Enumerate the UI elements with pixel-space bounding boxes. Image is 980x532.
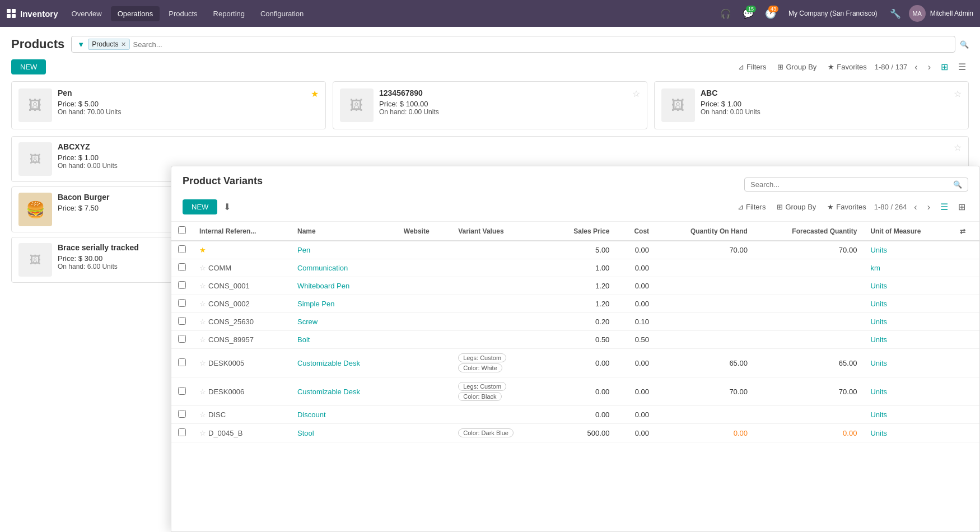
row-name-6[interactable]: Customizable Desk <box>291 349 397 377</box>
row-checkbox-cell-4[interactable] <box>171 313 193 331</box>
row-name-2[interactable]: Whiteboard Pen <box>291 277 397 295</box>
products-search-button[interactable]: 🔍 <box>960 40 969 49</box>
products-new-button[interactable]: NEW <box>11 59 46 74</box>
nav-item-reporting[interactable]: Reporting <box>207 6 251 21</box>
col-header-website[interactable]: Website <box>397 222 451 241</box>
variants-new-button[interactable]: NEW <box>183 199 217 214</box>
products-groupby-btn[interactable]: ⊞ Group By <box>774 61 820 73</box>
variants-search-bar[interactable]: 🔍 <box>744 178 968 192</box>
nav-item-overview[interactable]: Overview <box>65 6 109 21</box>
col-header-sales-price[interactable]: Sales Price <box>547 222 616 241</box>
row-checkbox-3[interactable] <box>178 299 186 307</box>
row-uom-9[interactable]: Units <box>864 424 953 442</box>
variants-search-input[interactable] <box>750 180 950 189</box>
product-star-1[interactable]: ☆ <box>632 88 640 99</box>
row-uom-0[interactable]: Units <box>864 241 953 259</box>
variants-search-icon[interactable]: 🔍 <box>953 180 962 189</box>
support-icon-btn[interactable]: 🎧 <box>717 4 735 22</box>
variants-next-btn[interactable]: › <box>925 200 933 214</box>
nav-item-products[interactable]: Products <box>162 6 204 21</box>
row-star-6[interactable]: ☆ <box>199 359 206 367</box>
row-uom-4[interactable]: Units <box>864 313 953 331</box>
nav-item-operations[interactable]: Operations <box>111 6 160 21</box>
row-star-4[interactable]: ☆ <box>199 318 206 326</box>
products-filter-tag[interactable]: Products ✕ <box>88 39 129 50</box>
clock-icon-btn[interactable]: 🕐 43 <box>762 4 780 22</box>
row-checkbox-1[interactable] <box>178 263 186 271</box>
row-checkbox-8[interactable] <box>178 410 186 418</box>
row-star-2[interactable]: ☆ <box>199 282 206 290</box>
col-header-ref[interactable]: Internal Referen... <box>193 222 291 241</box>
row-checkbox-cell-8[interactable] <box>171 406 193 424</box>
row-star-0[interactable]: ★ <box>199 246 206 254</box>
variants-download-button[interactable]: ⬇ <box>222 200 232 214</box>
row-name-7[interactable]: Customizable Desk <box>291 377 397 406</box>
col-header-name[interactable]: Name <box>291 222 397 241</box>
col-header-uom[interactable]: Unit of Measure <box>864 222 953 241</box>
filter-tag-close[interactable]: ✕ <box>121 41 126 48</box>
row-checkbox-cell-5[interactable] <box>171 331 193 349</box>
row-uom-7[interactable]: Units <box>864 377 953 406</box>
row-checkbox-6[interactable] <box>178 358 186 366</box>
products-filters-btn[interactable]: ⊿ Filters <box>735 61 769 73</box>
row-star-1[interactable]: ☆ <box>199 264 206 272</box>
row-uom-2[interactable]: Units <box>864 277 953 295</box>
products-next-btn[interactable]: › <box>925 60 934 74</box>
row-checkbox-2[interactable] <box>178 281 186 289</box>
select-all-checkbox[interactable] <box>178 226 186 234</box>
chat-icon-btn[interactable]: 💬 15 <box>739 4 757 22</box>
select-all-header[interactable] <box>171 222 193 241</box>
row-star-9[interactable]: ☆ <box>199 429 206 437</box>
col-settings-btn[interactable]: ⇄ <box>953 222 980 241</box>
product-card-1[interactable]: 🖼 1234567890 Price: $ 100.00 On hand: 0.… <box>333 81 647 129</box>
row-name-4[interactable]: Screw <box>291 313 397 331</box>
products-favorites-btn[interactable]: ★ Favorites <box>824 61 870 73</box>
row-star-5[interactable]: ☆ <box>199 335 206 344</box>
row-checkbox-7[interactable] <box>178 387 186 395</box>
col-header-cost[interactable]: Cost <box>616 222 656 241</box>
col-header-qty-onhand[interactable]: Quantity On Hand <box>656 222 754 241</box>
row-checkbox-cell-0[interactable] <box>171 241 193 259</box>
row-name-9[interactable]: Stool <box>291 424 397 442</box>
row-checkbox-cell-2[interactable] <box>171 277 193 295</box>
tools-icon-btn[interactable]: 🔧 <box>886 4 904 22</box>
row-star-8[interactable]: ☆ <box>199 410 206 419</box>
product-star-2[interactable]: ☆ <box>954 88 962 99</box>
row-checkbox-0[interactable] <box>178 245 186 253</box>
row-name-8[interactable]: Discount <box>291 406 397 424</box>
products-list-view-btn[interactable]: ☰ <box>955 60 969 74</box>
row-uom-8[interactable]: Units <box>864 406 953 424</box>
user-avatar[interactable]: MA <box>909 5 926 22</box>
products-prev-btn[interactable]: ‹ <box>912 60 920 74</box>
variants-filters-btn[interactable]: ⊿ Filters <box>734 201 769 213</box>
variants-list-view-btn[interactable]: ☰ <box>937 200 951 214</box>
nav-item-configuration[interactable]: Configuration <box>254 6 310 21</box>
row-star-3[interactable]: ☆ <box>199 300 206 308</box>
row-checkbox-9[interactable] <box>178 428 186 436</box>
row-uom-6[interactable]: Units <box>864 349 953 377</box>
col-header-variant-values[interactable]: Variant Values <box>451 222 547 241</box>
product-card-2[interactable]: 🖼 ABC Price: $ 1.00 On hand: 0.00 Units … <box>654 81 969 129</box>
row-checkbox-cell-7[interactable] <box>171 377 193 406</box>
variants-favorites-btn[interactable]: ★ Favorites <box>824 201 869 213</box>
row-uom-1[interactable]: km <box>864 259 953 277</box>
row-uom-3[interactable]: Units <box>864 295 953 313</box>
row-checkbox-cell-9[interactable] <box>171 424 193 442</box>
row-name-0[interactable]: Pen <box>291 241 397 259</box>
row-star-7[interactable]: ☆ <box>199 388 206 396</box>
app-logo[interactable]: Inventory <box>7 9 58 18</box>
col-header-forecasted-qty[interactable]: Forecasted Quantity <box>754 222 864 241</box>
products-search-input[interactable] <box>133 40 949 49</box>
products-kanban-view-btn[interactable]: ⊞ <box>938 60 951 74</box>
row-checkbox-cell-6[interactable] <box>171 349 193 377</box>
row-name-3[interactable]: Simple Pen <box>291 295 397 313</box>
variants-kanban-view-btn[interactable]: ⊞ <box>955 200 968 214</box>
variants-prev-btn[interactable]: ‹ <box>911 200 920 214</box>
product-card-0[interactable]: 🖼 Pen Price: $ 5.00 On hand: 70.00 Units… <box>11 81 326 129</box>
row-checkbox-4[interactable] <box>178 317 186 325</box>
row-checkbox-cell-1[interactable] <box>171 259 193 277</box>
product-star-0[interactable]: ★ <box>311 88 319 99</box>
row-uom-5[interactable]: Units <box>864 331 953 349</box>
variants-groupby-btn[interactable]: ⊞ Group By <box>773 201 819 213</box>
row-name-1[interactable]: Communication <box>291 259 397 277</box>
